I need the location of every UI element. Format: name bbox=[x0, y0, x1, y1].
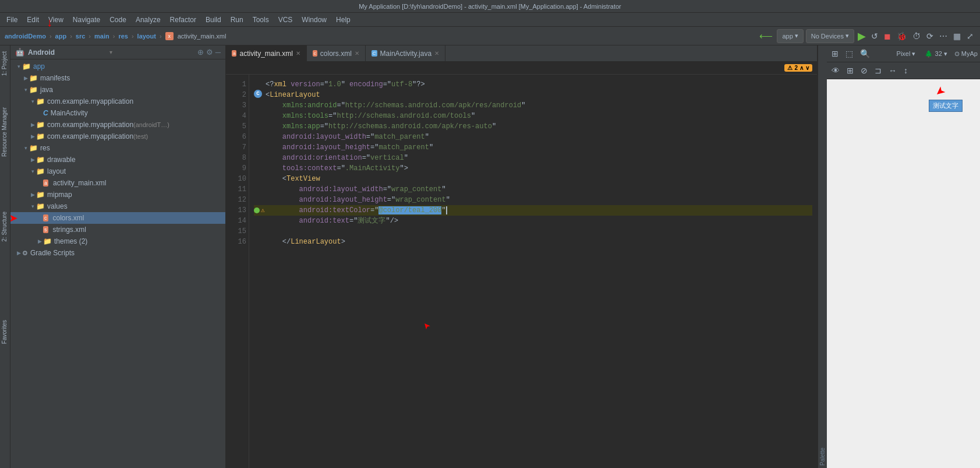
toolbar: androidDemo › app › src › main › res › l… bbox=[0, 27, 980, 45]
line-content-7: android:layout_height="match_parent" bbox=[266, 142, 812, 153]
tree-label-activity-main: activity_main.xml bbox=[53, 179, 106, 187]
tree-icon-settings[interactable]: ⚙ bbox=[206, 48, 213, 57]
breadcrumb-layout[interactable]: layout bbox=[137, 33, 156, 40]
folder-icon-app: 📁 bbox=[22, 62, 31, 71]
tab-close-activity-main[interactable]: ✕ bbox=[296, 50, 300, 57]
tree-item-activity-main-xml[interactable]: ▶ a activity_main.xml bbox=[10, 177, 225, 189]
tree-item-java[interactable]: ▾ 📁 java bbox=[10, 84, 225, 96]
breadcrumb-res[interactable]: res bbox=[118, 33, 128, 40]
code-line-2: C <LinearLayout bbox=[254, 90, 812, 100]
warning-nav-up[interactable]: ∧ bbox=[799, 65, 804, 71]
right-icon-grid[interactable]: ⊞ bbox=[844, 65, 856, 76]
tree-item-layout[interactable]: ▾ 📁 layout bbox=[10, 166, 225, 177]
debug-icon[interactable]: 🐞 bbox=[895, 31, 908, 41]
tab-activity-main[interactable]: a activity_main.xml ✕ ↓ bbox=[226, 45, 307, 62]
side-tab-resource[interactable]: Resource Manager bbox=[0, 104, 10, 160]
tree-label-com2-suffix: (androidT…) bbox=[133, 121, 169, 128]
more-icon[interactable]: ⋯ bbox=[937, 31, 949, 41]
breadcrumb-app[interactable]: app bbox=[55, 33, 67, 40]
pixel-dropdown[interactable]: Pixel ▾ bbox=[897, 50, 916, 58]
tree-item-res[interactable]: ▾ 📁 res bbox=[10, 142, 225, 154]
side-tab-project[interactable]: 1: Project bbox=[0, 48, 10, 79]
reload-icon[interactable]: ↺ bbox=[869, 31, 880, 41]
menu-analyze[interactable]: Analyze bbox=[132, 15, 165, 25]
menu-help[interactable]: Help bbox=[332, 15, 355, 25]
menu-code[interactable]: Code bbox=[105, 15, 130, 25]
tree-item-com1[interactable]: ▾ 📁 com.example.myapplication bbox=[10, 96, 225, 107]
tab-icon-activity-main: a bbox=[232, 50, 236, 57]
right-icon-expand-h[interactable]: ↔ bbox=[886, 65, 899, 76]
tree-dropdown-arrow[interactable]: ▾ bbox=[109, 49, 112, 55]
tree-label-manifests: manifests bbox=[40, 74, 70, 82]
devices-dropdown[interactable]: No Devices ▾ bbox=[806, 29, 854, 43]
tab-mainactivity[interactable]: C MainActivity.java ✕ bbox=[366, 45, 445, 62]
menu-vcs[interactable]: VCS bbox=[274, 15, 297, 25]
menu-file[interactable]: File bbox=[2, 15, 22, 25]
title-text: My Application [D:\fyh\androidDemo] - ac… bbox=[359, 3, 621, 10]
right-icon-magnet[interactable]: ⊐ bbox=[872, 65, 884, 76]
right-panel: Palette ⊞ ⬚ 🔍 Pixel ▾ 🌲 32 ▾ ⊙ MyAp 👁 ⊞ … bbox=[817, 45, 980, 468]
code-editor[interactable]: <?xml version="1.0" encoding="utf-8"?> C… bbox=[249, 75, 817, 468]
right-toolbar-row2: 👁 ⊞ ⊘ ⊐ ↔ ↕ bbox=[827, 62, 980, 79]
tab-colors[interactable]: c colors.xml ✕ bbox=[307, 45, 366, 62]
profile-icon[interactable]: ⏱ bbox=[911, 31, 922, 41]
right-icon-zoom[interactable]: 🔍 bbox=[858, 48, 872, 59]
menu-window[interactable]: Window bbox=[298, 15, 331, 25]
tree-item-com2[interactable]: ▶ 📁 com.example.myapplication (androidT…… bbox=[10, 119, 225, 131]
title-bar: My Application [D:\fyh\androidDemo] - ac… bbox=[0, 0, 980, 13]
breadcrumb-src[interactable]: src bbox=[76, 33, 86, 40]
attr-value-highlight: @color/teal_200 bbox=[378, 206, 441, 214]
tree-item-com3[interactable]: ▶ 📁 com.example.myapplication (test) bbox=[10, 131, 225, 142]
right-icon-eye[interactable]: 👁 bbox=[829, 65, 842, 76]
layout-icon[interactable]: ▦ bbox=[951, 31, 963, 41]
tree-item-drawable[interactable]: ▶ 📁 drawable bbox=[10, 154, 225, 166]
tree-item-colors-xml[interactable]: ➤ ▶ c colors.xml bbox=[10, 212, 225, 224]
right-icon-layers[interactable]: ⊞ bbox=[829, 48, 841, 59]
side-tab-favorites[interactable]: Favorites bbox=[0, 316, 10, 347]
tree-item-app[interactable]: ▾ 📁 app bbox=[10, 61, 225, 72]
line-dot-green-13 bbox=[254, 207, 260, 213]
theme-dropdown[interactable]: ⊙ MyAp bbox=[954, 50, 978, 58]
menu-refactor[interactable]: Refactor bbox=[166, 15, 200, 25]
warning-icon: ⚠ bbox=[787, 65, 793, 71]
tree-icon-minus[interactable]: ─ bbox=[215, 48, 221, 57]
right-icon-expand-v[interactable]: ↕ bbox=[901, 65, 910, 76]
breadcrumb-project[interactable]: androidDemo bbox=[5, 33, 46, 40]
side-tab-structure[interactable]: 2: Structure bbox=[0, 208, 10, 245]
tree-item-strings-xml[interactable]: ▶ s strings.xml bbox=[10, 224, 225, 235]
breadcrumb-main[interactable]: main bbox=[94, 33, 109, 40]
tree-item-manifests[interactable]: ▶ 📁 manifests bbox=[10, 72, 225, 84]
code-line-12: android:layout_height="wrap_content" bbox=[254, 195, 812, 205]
menu-tools[interactable]: Tools bbox=[249, 15, 273, 25]
code-line-14: android:text="测试文字"/> bbox=[254, 216, 812, 226]
tab-close-mainactivity[interactable]: ✕ bbox=[434, 50, 439, 57]
warning-badge[interactable]: ⚠ 2 ∧ ∨ bbox=[784, 64, 812, 72]
tab-label-mainactivity: MainActivity.java bbox=[380, 50, 431, 58]
tab-close-colors[interactable]: ✕ bbox=[355, 50, 359, 57]
api-dropdown[interactable]: 🌲 32 ▾ bbox=[925, 50, 947, 58]
nav-back-icon[interactable]: ⟵ bbox=[758, 30, 774, 41]
tree-icon-globe[interactable]: ⊕ bbox=[197, 48, 204, 57]
menu-navigate[interactable]: Navigate bbox=[69, 15, 104, 25]
breadcrumb-file[interactable]: activity_main.xml bbox=[178, 33, 227, 40]
menu-edit[interactable]: Edit bbox=[23, 15, 43, 25]
code-line-1: <?xml version="1.0" encoding="utf-8"?> bbox=[254, 79, 812, 90]
line-content-8: android:orientation="vertical" bbox=[266, 153, 812, 163]
app-dropdown[interactable]: app ▾ bbox=[777, 29, 803, 43]
sync-icon[interactable]: ⟳ bbox=[925, 31, 935, 41]
stop-icon[interactable]: ◼ bbox=[882, 31, 893, 41]
tree-item-mainactivity[interactable]: ▶ C MainActivity bbox=[10, 107, 225, 119]
right-icon-constraint[interactable]: ⊘ bbox=[858, 65, 870, 76]
tree-item-gradle[interactable]: ▶ ⚙ Gradle Scripts bbox=[10, 247, 225, 259]
maximize-icon[interactable]: ⤢ bbox=[965, 31, 975, 41]
menu-build[interactable]: Build bbox=[201, 15, 225, 25]
tree-item-mipmap[interactable]: ▶ 📁 mipmap bbox=[10, 189, 225, 200]
tree-item-themes[interactable]: ▶ 📁 themes (2) bbox=[10, 235, 225, 247]
tree-arrow-com1: ▾ bbox=[29, 98, 36, 104]
warning-nav-down[interactable]: ∨ bbox=[805, 65, 809, 71]
right-icon-cursor[interactable]: ⬚ bbox=[843, 48, 855, 59]
folder-icon-values: 📁 bbox=[36, 202, 45, 210]
run-button[interactable]: ▶ bbox=[857, 30, 867, 43]
tree-item-values[interactable]: ▾ 📁 values bbox=[10, 200, 225, 212]
menu-run[interactable]: Run bbox=[227, 15, 247, 25]
